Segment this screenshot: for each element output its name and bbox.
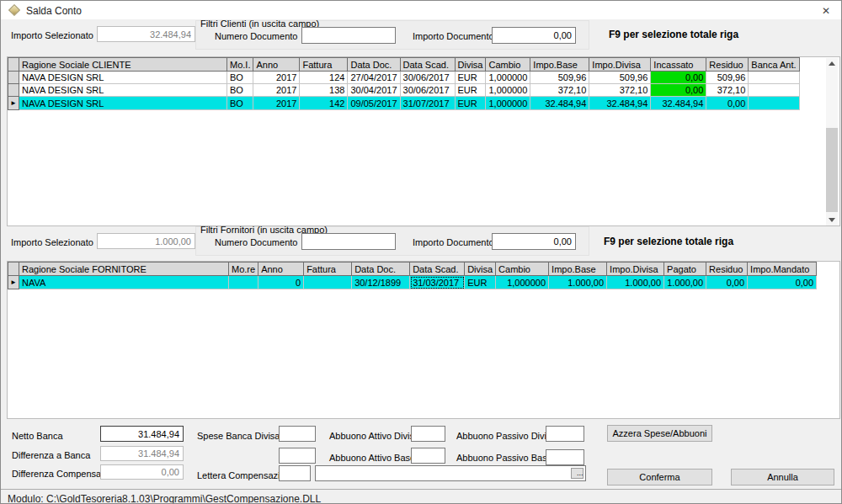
clienti-row-2[interactable]: NAVA DESIGN SRL BO 2017 138 30/04/2017 3… <box>8 84 800 97</box>
differenza-banca-label: Differenza a Banca <box>12 450 90 460</box>
spese-banca-divisa-field[interactable] <box>279 426 316 442</box>
col-impo-mandato: Impo.Mandato <box>748 263 817 276</box>
clienti-importo-documento-label: Importo Documento <box>413 31 494 41</box>
fornitori-row-1-selected[interactable]: ► NAVA 0 30/12/1899 31/03/2017 EUR 1,000… <box>8 276 817 289</box>
abbuono-attivo-base-field[interactable] <box>411 448 445 464</box>
fornitori-numero-documento-label: Numero Documento <box>215 237 297 247</box>
close-icon[interactable]: ✕ <box>819 4 833 18</box>
fornitori-importo-documento-label: Importo Documento <box>413 237 494 247</box>
col-impo-base: Impo.Base <box>530 58 589 72</box>
annulla-button[interactable]: Annulla <box>731 469 834 485</box>
col-ragione-sociale-fornitore: Ragione Sociale FORNITORE <box>19 263 229 276</box>
clienti-numero-documento-label: Numero Documento <box>215 31 297 41</box>
abbuono-passivo-base-field[interactable] <box>546 449 584 465</box>
col-impo-base: Impo.Base <box>549 263 607 276</box>
focused-cell[interactable]: 31/03/2017 <box>410 276 465 289</box>
col-fattura: Fattura <box>304 263 352 276</box>
col-data-doc: Data Doc. <box>348 58 400 72</box>
col-data-scad: Data Scad. <box>400 58 455 72</box>
clienti-scrollbar[interactable] <box>826 58 838 225</box>
col-anno: Anno <box>258 263 304 276</box>
col-mol: Mo.I. <box>227 58 253 72</box>
col-fattura: Fattura <box>300 58 348 72</box>
clienti-importo-selezionato-label: Importo Selezionato <box>11 30 93 40</box>
abbuono-attivo-divisa-field[interactable] <box>411 426 445 442</box>
fornitori-importo-selezionato-label: Importo Selezionato <box>11 237 93 247</box>
col-ragione-sociale-cliente: Ragione Sociale CLIENTE <box>19 58 227 72</box>
col-impo-divisa: Impo.Divisa <box>589 58 651 72</box>
col-banca-ant: Banca Ant. <box>749 58 799 72</box>
clienti-importo-selezionato-field[interactable] <box>97 26 195 42</box>
lettera-compensazione-text-field[interactable] <box>315 465 586 481</box>
fornitori-importo-selezionato-field[interactable] <box>97 233 195 249</box>
scrollbar-down-icon[interactable] <box>826 215 838 225</box>
netto-banca-field[interactable] <box>100 426 184 442</box>
col-divisa: Divisa <box>465 263 496 276</box>
col-cambio: Cambio <box>486 58 530 72</box>
salda-conto-window: Salda Conto ✕ Importo Selezionato Filtri… <box>0 0 842 504</box>
row-indicator <box>8 84 19 97</box>
col-pagato: Pagato <box>664 263 706 276</box>
status-module-path: Modulo: C:\GoldTesoreria8.1.03\Programmi… <box>8 493 321 504</box>
abbuono-attivo-divisa-label: Abbuono Attivo Divisa <box>329 431 419 441</box>
row-indicator <box>8 72 19 84</box>
title-bar: Salda Conto ✕ <box>1 1 841 19</box>
abbuono-passivo-divisa-field[interactable] <box>546 426 584 442</box>
scrollbar-thumb[interactable] <box>826 128 838 212</box>
clienti-f9-hint: F9 per selezione totale riga <box>609 29 738 40</box>
abbuono-passivo-base-label: Abbuono Passivo Base <box>456 453 552 463</box>
col-data-scad: Data Scad. <box>410 263 465 276</box>
status-bar: Modulo: C:\GoldTesoreria8.1.03\Programmi… <box>1 489 841 504</box>
clienti-grid: Ragione Sociale CLIENTE Mo.I. Anno Fattu… <box>8 57 800 110</box>
fornitori-numero-documento-field[interactable] <box>301 233 396 250</box>
netto-banca-label: Netto Banca <box>12 431 63 441</box>
differenza-banca-field[interactable] <box>100 446 184 461</box>
lettera-compensazione-code-field[interactable] <box>279 465 311 481</box>
clienti-importo-documento-field[interactable] <box>492 27 576 44</box>
fornitori-header-row: Ragione Sociale FORNITORE Mo.re Anno Fat… <box>8 263 817 276</box>
clienti-grid-area: Ragione Sociale CLIENTE Mo.I. Anno Fattu… <box>7 56 840 226</box>
incassato-cell-paid[interactable]: 0,00 <box>651 72 706 84</box>
azzera-spese-abbuoni-button[interactable]: Azzera Spese/Abbuoni <box>607 425 712 442</box>
selected-row-marker-icon: ► <box>8 97 19 110</box>
spese-banca-base-field[interactable] <box>279 448 316 464</box>
clienti-row-3-selected[interactable]: ► NAVA DESIGN SRL BO 2017 142 09/05/2017… <box>8 97 800 110</box>
clienti-indicator-header <box>8 58 19 72</box>
clienti-header-row: Ragione Sociale CLIENTE Mo.I. Anno Fattu… <box>8 58 800 72</box>
abbuono-attivo-base-label: Abbuono Attivo Base <box>329 453 415 463</box>
scrollbar-up-icon[interactable] <box>826 58 838 69</box>
col-anno: Anno <box>253 58 300 72</box>
fornitori-indicator-header <box>8 263 19 276</box>
col-divisa: Divisa <box>455 58 486 72</box>
col-cambio: Cambio <box>496 263 549 276</box>
fornitori-f9-hint: F9 per selezione totale riga <box>604 236 733 247</box>
spese-banca-divisa-label: Spese Banca Divisa <box>197 431 280 441</box>
clienti-numero-documento-field[interactable] <box>301 27 396 44</box>
fornitori-grid-area: Ragione Sociale FORNITORE Mo.re Anno Fat… <box>7 261 840 419</box>
col-residuo: Residuo <box>706 263 748 276</box>
conferma-button[interactable]: Conferma <box>607 469 712 485</box>
incassato-cell-paid[interactable]: 0,00 <box>651 84 706 97</box>
col-data-doc: Data Doc. <box>352 263 410 276</box>
fornitori-grid: Ragione Sociale FORNITORE Mo.re Anno Fat… <box>8 262 817 289</box>
app-diamond-icon <box>8 4 20 16</box>
fornitori-importo-documento-field[interactable] <box>492 233 576 250</box>
window-title: Salda Conto <box>26 5 82 17</box>
col-more: Mo.re <box>229 263 258 276</box>
col-incassato: Incassato <box>651 58 706 72</box>
lettera-compensazione-browse-button[interactable]: ... <box>571 468 584 479</box>
differenza-compensazione-field[interactable] <box>100 464 184 480</box>
selected-row-marker-icon: ► <box>8 276 19 289</box>
clienti-row-1[interactable]: NAVA DESIGN SRL BO 2017 124 27/04/2017 3… <box>8 72 800 84</box>
abbuono-passivo-divisa-label: Abbuono Passivo Divisa <box>456 431 557 441</box>
col-impo-divisa: Impo.Divisa <box>607 263 664 276</box>
col-residuo: Residuo <box>706 58 749 72</box>
